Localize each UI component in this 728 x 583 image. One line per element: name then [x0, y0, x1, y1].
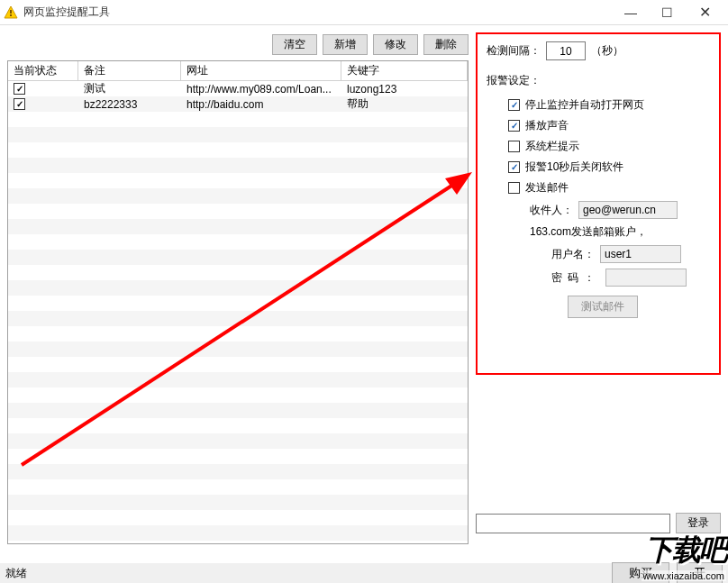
- table-row-empty: [8, 173, 468, 188]
- header-note[interactable]: 备注: [78, 61, 181, 80]
- svg-rect-2: [10, 14, 12, 16]
- table-row-empty: [8, 403, 468, 418]
- table-row-empty: [8, 112, 468, 127]
- username-input[interactable]: [600, 245, 681, 263]
- table-row-empty: [8, 342, 468, 357]
- toolbar: 清空 新增 修改 删除: [7, 32, 469, 60]
- header-url[interactable]: 网址: [181, 61, 341, 80]
- recipient-label: 收件人：: [530, 203, 573, 218]
- table-row-empty: [8, 479, 468, 495]
- delete-button[interactable]: 删除: [423, 34, 469, 55]
- edit-button[interactable]: 修改: [373, 34, 418, 55]
- password-label: 密码：: [551, 270, 600, 286]
- username-label: 用户名：: [551, 247, 595, 262]
- recipient-input[interactable]: [578, 201, 678, 219]
- interval-unit: （秒）: [591, 43, 623, 59]
- table-row-empty: [8, 464, 468, 479]
- label-play-sound: 播放声音: [525, 118, 569, 133]
- cell-keyword: 帮助: [341, 96, 468, 112]
- table-row-empty: [8, 234, 468, 250]
- password-input[interactable]: [605, 269, 687, 287]
- table-row-empty: [8, 280, 468, 296]
- app-icon: [4, 5, 18, 20]
- alarm-settings-label: 报警设定：: [487, 73, 541, 88]
- checkbox-send-mail[interactable]: [508, 182, 520, 194]
- checkbox-close-10s[interactable]: [508, 161, 520, 173]
- add-button[interactable]: 新增: [323, 34, 368, 55]
- table-row-empty: [8, 127, 468, 142]
- maximize-button[interactable]: ☐: [649, 0, 685, 25]
- table-row-empty: [8, 158, 468, 173]
- table-row-empty: [8, 142, 468, 158]
- table-row-empty: [8, 296, 468, 311]
- monitor-list[interactable]: 当前状态 备注 网址 关键字 测试http://www.my089.com/Lo…: [7, 60, 469, 544]
- interval-label: 检测间隔：: [487, 43, 541, 59]
- settings-panel: 检测间隔： （秒） 报警设定： 停止监控并自动打开网页 播放声音 系统栏提示: [476, 32, 721, 375]
- cell-url: http://baidu.com: [181, 96, 341, 112]
- open-button[interactable]: 开: [677, 562, 723, 583]
- cell-url: http://www.my089.com/Loan...: [181, 81, 341, 96]
- cell-note: 测试: [78, 81, 181, 96]
- checkbox-tray-tip[interactable]: [508, 141, 520, 152]
- table-row-empty: [8, 188, 468, 204]
- header-keyword[interactable]: 关键字: [341, 61, 468, 80]
- buy-button[interactable]: 购买: [612, 562, 669, 583]
- left-pane: 清空 新增 修改 删除 当前状态 备注 网址 关键字 测试http://www.…: [7, 32, 469, 544]
- list-body: 测试http://www.my089.com/Loan...luzong123b…: [8, 81, 468, 543]
- window-title: 网页监控提醒工具: [23, 5, 613, 20]
- close-button[interactable]: ✕: [685, 0, 724, 25]
- label-stop-open: 停止监控并自动打开网页: [525, 97, 644, 113]
- checkbox-stop-open[interactable]: [508, 99, 520, 111]
- table-row-empty: [8, 204, 468, 219]
- table-row-empty: [8, 326, 468, 342]
- table-row[interactable]: 测试http://www.my089.com/Loan...luzong123: [8, 81, 468, 96]
- svg-rect-1: [10, 10, 12, 14]
- table-row-empty: [8, 219, 468, 234]
- table-row-empty: [8, 418, 468, 433]
- statusbar: 就绪 购买 开: [0, 563, 728, 583]
- cell-keyword: luzong123: [341, 81, 468, 96]
- mail-account-note: 163.com发送邮箱账户，: [530, 224, 647, 240]
- table-row-empty: [8, 541, 468, 543]
- table-row-empty: [8, 387, 468, 403]
- clear-button[interactable]: 清空: [272, 34, 317, 55]
- test-mail-button[interactable]: 测试邮件: [568, 296, 638, 318]
- row-checkbox[interactable]: [14, 83, 25, 95]
- table-row-empty: [8, 449, 468, 464]
- table-row-empty: [8, 510, 468, 525]
- table-row-empty: [8, 311, 468, 326]
- table-row-empty: [8, 433, 468, 449]
- list-header: 当前状态 备注 网址 关键字: [8, 61, 468, 81]
- table-row-empty: [8, 265, 468, 280]
- table-row-empty: [8, 495, 468, 510]
- minimize-button[interactable]: —: [613, 0, 649, 25]
- status-text: 就绪: [5, 566, 605, 581]
- table-row-empty: [8, 357, 468, 372]
- titlebar: 网页监控提醒工具 — ☐ ✕: [0, 0, 728, 25]
- login-input[interactable]: [476, 514, 670, 533]
- label-close-10s: 报警10秒后关闭软件: [525, 159, 623, 175]
- table-row-empty: [8, 525, 468, 541]
- login-button[interactable]: 登录: [676, 513, 721, 533]
- table-row-empty: [8, 250, 468, 265]
- label-tray-tip: 系统栏提示: [525, 139, 579, 154]
- table-row-empty: [8, 372, 468, 387]
- checkbox-play-sound[interactable]: [508, 120, 520, 132]
- cell-note: bz2222333: [78, 96, 181, 112]
- row-checkbox[interactable]: [14, 98, 25, 110]
- label-send-mail: 发送邮件: [525, 180, 569, 196]
- login-row: 登录: [476, 513, 721, 544]
- interval-input[interactable]: [546, 41, 586, 60]
- right-pane: 检测间隔： （秒） 报警设定： 停止监控并自动打开网页 播放声音 系统栏提示: [476, 32, 721, 544]
- header-state[interactable]: 当前状态: [8, 61, 78, 80]
- table-row[interactable]: bz2222333http://baidu.com帮助: [8, 96, 468, 112]
